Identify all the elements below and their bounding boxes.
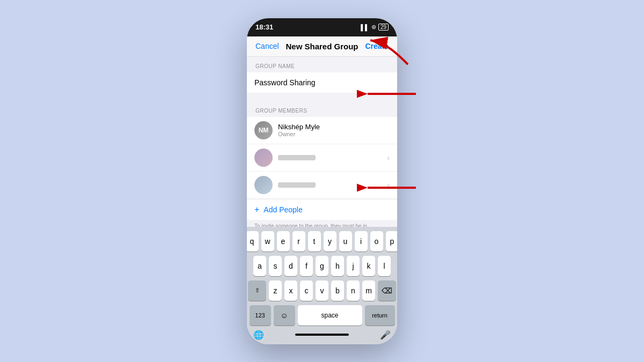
member-info-1 — [278, 155, 382, 160]
key-l[interactable]: l — [378, 256, 391, 276]
microphone-icon[interactable]: 🎤 — [380, 330, 391, 340]
nav-bar: Cancel New Shared Group Create — [247, 36, 397, 57]
space-key[interactable]: space — [298, 305, 362, 326]
key-z[interactable]: z — [269, 280, 282, 301]
key-u[interactable]: u — [339, 231, 352, 252]
key-f[interactable]: f — [300, 256, 313, 276]
member-info-2 — [278, 182, 382, 188]
keyboard-row-3: ⇧ z x c v b n m ⌫ — [249, 280, 395, 301]
signal-icon: ▌▌ — [361, 24, 369, 31]
add-plus-icon: + — [254, 205, 259, 215]
key-w[interactable]: w — [261, 231, 274, 252]
status-bar: 18:31 ▌▌ ⊛ 29 — [247, 18, 397, 36]
home-indicator — [295, 334, 349, 336]
emoji-key[interactable]: ☺ — [274, 305, 295, 326]
wifi-icon: ⊛ — [371, 24, 376, 31]
owner-role: Owner — [278, 131, 390, 137]
key-h[interactable]: h — [331, 256, 344, 276]
key-d[interactable]: d — [284, 256, 297, 276]
numbers-key[interactable]: 123 — [250, 305, 271, 326]
key-v[interactable]: v — [316, 280, 328, 301]
add-people-label: Add People — [264, 205, 302, 214]
member-avatar-2 — [254, 176, 273, 194]
phone-frame: 18:31 ▌▌ ⊛ 29 Cancel New Shared Group Cr… — [247, 18, 397, 344]
create-button[interactable]: Create — [365, 42, 389, 50]
keyboard-row-1: q w e r t y u i o p — [249, 231, 395, 252]
group-name-input[interactable] — [254, 78, 390, 87]
key-i[interactable]: i — [355, 231, 368, 252]
group-members-label: GROUP MEMBERS — [247, 101, 397, 117]
key-a[interactable]: a — [253, 256, 266, 276]
key-x[interactable]: x — [284, 280, 297, 301]
member-name-blurred-1 — [278, 155, 316, 160]
cancel-button[interactable]: Cancel — [255, 42, 279, 50]
key-b[interactable]: b — [331, 280, 344, 301]
keyboard: q w e r t y u i o p a s d f g h j k — [247, 227, 397, 344]
keyboard-row-4: 123 ☺ space return — [249, 305, 395, 326]
member-row-2[interactable]: › — [247, 172, 397, 199]
invite-note: To invite someone to the group, they mus… — [247, 220, 397, 227]
add-people-row[interactable]: + Add People — [247, 199, 397, 220]
owner-avatar: NM — [254, 121, 273, 139]
group-name-field[interactable] — [247, 72, 397, 93]
key-t[interactable]: t — [308, 231, 321, 252]
key-j[interactable]: j — [347, 256, 360, 276]
nav-title: New Shared Group — [286, 42, 358, 51]
key-q[interactable]: q — [247, 231, 259, 252]
shift-key[interactable]: ⇧ — [248, 280, 266, 301]
key-y[interactable]: y — [324, 231, 336, 252]
owner-initials: NM — [259, 127, 269, 134]
member-avatar-1 — [254, 149, 273, 167]
owner-row: NM Nikshép Myle Owner — [247, 117, 397, 144]
key-m[interactable]: m — [362, 280, 375, 301]
battery-icon: 29 — [378, 24, 389, 31]
group-name-label: GROUP NAME — [247, 57, 397, 72]
return-key[interactable]: return — [365, 305, 395, 326]
chevron-icon-1: › — [387, 153, 390, 162]
content-area: GROUP NAME GROUP MEMBERS NM Nikshép Myle… — [247, 57, 397, 227]
key-p[interactable]: p — [386, 231, 398, 252]
keyboard-row-2: a s d f g h j k l — [249, 256, 395, 276]
key-o[interactable]: o — [370, 231, 383, 252]
owner-info: Nikshép Myle Owner — [278, 123, 390, 137]
chevron-icon-2: › — [387, 181, 390, 189]
delete-key[interactable]: ⌫ — [378, 280, 396, 301]
key-s[interactable]: s — [269, 256, 282, 276]
key-r[interactable]: r — [292, 231, 305, 252]
key-n[interactable]: n — [347, 280, 360, 301]
key-e[interactable]: e — [277, 231, 290, 252]
status-time: 18:31 — [255, 23, 273, 31]
key-k[interactable]: k — [362, 256, 375, 276]
key-g[interactable]: g — [316, 256, 328, 276]
keyboard-bottom-row: 🌐 🎤 — [249, 330, 395, 340]
key-c[interactable]: c — [300, 280, 313, 301]
owner-name: Nikshép Myle — [278, 123, 390, 131]
status-icons: ▌▌ ⊛ 29 — [361, 24, 389, 31]
member-name-blurred-2 — [278, 182, 316, 188]
member-row-1[interactable]: › — [247, 144, 397, 172]
globe-icon[interactable]: 🌐 — [253, 330, 264, 340]
